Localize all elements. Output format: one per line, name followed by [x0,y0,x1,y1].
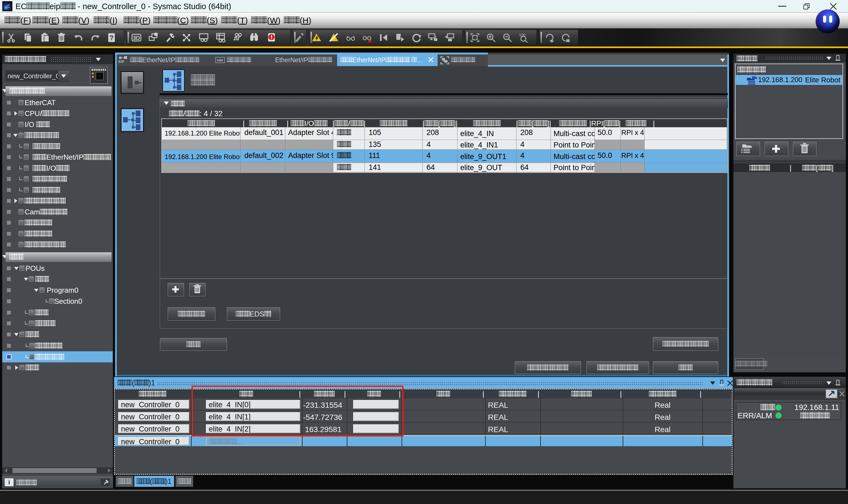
svg-text:EIP: EIP [119,59,124,64]
svg-text:?: ? [110,34,114,41]
svg-text:3D: 3D [133,35,140,41]
